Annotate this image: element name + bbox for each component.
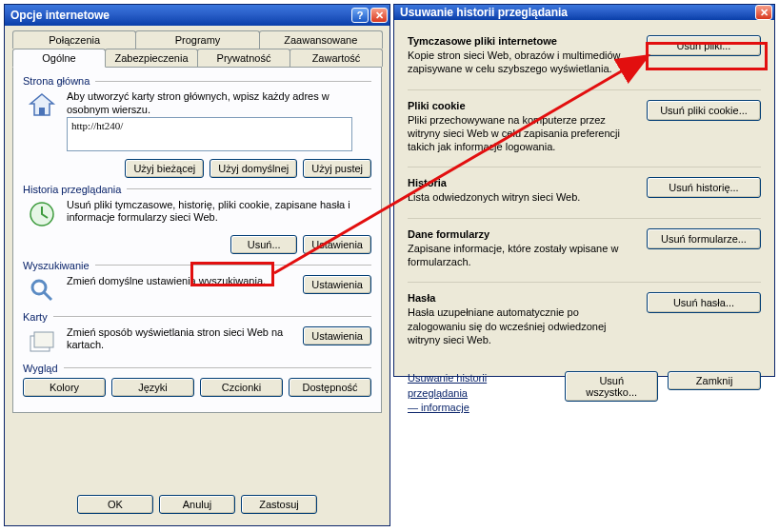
internet-options-titlebar[interactable]: Opcje internetowe ? ✕ [5, 5, 390, 26]
delete-history-close-button[interactable]: ✕ [755, 5, 772, 20]
svg-rect-6 [34, 332, 53, 347]
tabs-icon [27, 326, 57, 357]
history-group-label: Historia przeglądania [23, 184, 121, 195]
use-default-button[interactable]: Użyj domyślnej [210, 159, 297, 178]
about-link-1[interactable]: Usuwanie historii przeglądania [408, 372, 487, 398]
delete-history-titlebar[interactable]: Usuwanie historii przeglądania ✕ [394, 5, 774, 20]
languages-button[interactable]: Języki [111, 378, 194, 397]
tabs-desc: Zmień sposób wyświetlania stron sieci We… [67, 326, 293, 357]
tabs-settings-button[interactable]: Ustawienia [303, 326, 371, 345]
use-blank-button[interactable]: Użyj pustej [303, 159, 371, 178]
history-desc2: Lista odwiedzonych witryn sieci Web. [408, 190, 635, 204]
fonts-button[interactable]: Czcionki [200, 378, 283, 397]
history-heading: Historia [408, 177, 635, 188]
use-current-button[interactable]: Użyj bieżącej [125, 159, 204, 178]
delete-history-button[interactable]: Usuń historię... [647, 177, 761, 198]
history-delete-button[interactable]: Usuń... [230, 235, 297, 254]
search-settings-button[interactable]: Ustawienia [303, 275, 371, 294]
delete-history-dialog: Usuwanie historii przeglądania ✕ Tymczas… [393, 4, 775, 377]
accessibility-button[interactable]: Dostępność [289, 378, 371, 397]
tab-programs[interactable]: Programy [135, 30, 259, 49]
home-group-label: Strona główna [23, 75, 90, 87]
apply-button[interactable]: Zastosuj [241, 495, 317, 514]
history-settings-button[interactable]: Ustawienia [303, 235, 371, 254]
ok-button[interactable]: OK [77, 495, 153, 514]
colors-button[interactable]: Kolory [23, 378, 106, 397]
search-group-label: Wyszukiwanie [23, 260, 90, 271]
tab-privacy[interactable]: Prywatność [197, 49, 290, 67]
cancel-button[interactable]: Anuluj [159, 495, 235, 514]
passwords-desc: Hasła uzupełniane automatycznie po zalog… [408, 305, 635, 346]
form-data-desc: Zapisane informacje, które zostały wpisa… [408, 242, 635, 269]
appearance-group-label: Wygląd [23, 363, 58, 374]
search-desc: Zmień domyślne ustawienia wyszukiwania. [67, 275, 293, 305]
help-button[interactable]: ? [351, 8, 369, 23]
history-icon [27, 199, 57, 229]
close-dialog-button[interactable]: Zamknij [668, 371, 761, 390]
delete-cookies-button[interactable]: Usuń pliki cookie... [647, 100, 761, 121]
home-icon [27, 90, 57, 121]
internet-options-title: Opcje internetowe [10, 9, 350, 22]
temp-files-heading: Tymczasowe pliki internetowe [408, 35, 635, 47]
about-link-2[interactable]: — informacje [408, 402, 469, 413]
tab-content[interactable]: Zawartość [290, 49, 383, 67]
svg-rect-1 [39, 108, 45, 115]
close-button[interactable]: ✕ [370, 8, 388, 23]
home-desc: Aby utworzyć karty stron głównych, wpisz… [67, 90, 371, 117]
temp-files-desc: Kopie stron sieci Web, obrazów i multime… [408, 49, 635, 76]
tab-connections[interactable]: Połączenia [12, 30, 136, 49]
passwords-heading: Hasła [408, 292, 635, 304]
delete-files-button[interactable]: Usuń pliki... [647, 35, 761, 56]
delete-history-title: Usuwanie historii przeglądania [400, 6, 753, 19]
svg-point-3 [32, 281, 46, 294]
form-data-heading: Dane formularzy [408, 228, 635, 240]
tab-advanced[interactable]: Zaawansowane [259, 30, 383, 49]
general-tab-panel: Strona główna Aby utworzyć karty stron g… [12, 67, 382, 413]
internet-options-dialog: Opcje internetowe ? ✕ Połączenia Program… [4, 4, 390, 526]
tab-general[interactable]: Ogólne [12, 49, 106, 68]
history-desc: Usuń pliki tymczasowe, historię, pliki c… [67, 199, 371, 229]
cookies-heading: Pliki cookie [408, 100, 635, 111]
delete-passwords-button[interactable]: Usuń hasła... [647, 292, 761, 313]
svg-line-4 [44, 292, 51, 300]
tab-security[interactable]: Zabezpieczenia [105, 49, 198, 67]
tabs-group-label: Karty [23, 311, 48, 323]
delete-forms-button[interactable]: Usuń formularze... [647, 228, 761, 249]
delete-all-button[interactable]: Usuń wszystko... [565, 371, 658, 402]
cookies-desc: Pliki przechowywane na komputerze przez … [408, 113, 635, 154]
search-icon [27, 275, 57, 305]
home-address-input[interactable] [67, 117, 352, 151]
